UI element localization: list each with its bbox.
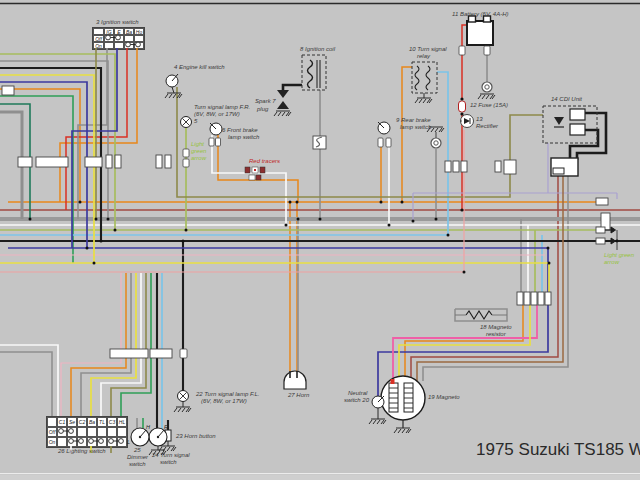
page-edges (0, 4, 640, 480)
table-cell (134, 35, 144, 42)
yellow-wires (0, 75, 549, 453)
pink-wires (0, 255, 545, 416)
neutral-switch-symbol (369, 396, 386, 424)
table-cell (93, 28, 104, 35)
label-spark-plug-1: Spark 7 (255, 98, 276, 104)
spark-plug-symbol (274, 90, 291, 116)
table-cell (97, 437, 107, 447)
table-cell (87, 427, 97, 437)
table-cell (124, 35, 134, 42)
salmon-wires (0, 130, 464, 272)
label-dimmer-2: Dimmer (127, 454, 148, 460)
table-cell (77, 437, 87, 447)
table-cell (57, 437, 67, 447)
rear-brake-switch-symbol (378, 122, 391, 147)
label-red-tracers: Red tracers (249, 158, 280, 164)
label-light-green-a1: Light (191, 141, 204, 147)
table-cell (134, 42, 144, 49)
table-row-label: Off (93, 35, 104, 42)
label-rear-brake-2: lamp switch (400, 124, 431, 130)
label-light-green-a2: green (191, 148, 206, 154)
table-cell (97, 427, 107, 437)
label-rectifier-1: 13 (476, 116, 483, 122)
table-header: IG (104, 28, 114, 35)
table-cell (67, 437, 77, 447)
label-horn: 27 Horn (288, 392, 309, 398)
table-row-label: On (93, 42, 104, 49)
label-ts-lamp-fr-3: 5 (194, 118, 197, 124)
table-cell (117, 427, 127, 437)
label-light-green-a3: arrow (191, 155, 206, 161)
table-cell (107, 437, 117, 447)
table-header: C3 (107, 417, 117, 427)
label-front-brake-2: lamp switch (228, 134, 259, 140)
label-ts-switch-1: 24 Turn signal (152, 452, 190, 458)
ignition-switch-table: IG E Ba Ho Off On (92, 27, 145, 50)
label-horn-button: 23 Horn button (176, 433, 216, 439)
fuse-symbol (459, 101, 466, 112)
table-header: C1 (57, 417, 67, 427)
table-cell (107, 427, 117, 437)
label-resistor-2: resistor (486, 331, 506, 337)
front-brake-switch-symbol (209, 123, 222, 146)
magenta-wires (393, 305, 537, 381)
label-rectifier-2: Rectifier (476, 123, 498, 129)
magneto-symbol (381, 376, 425, 433)
table-row-label: Off (47, 427, 57, 437)
battery-symbol (459, 16, 495, 99)
label-light-green-b2: arrow (604, 259, 619, 265)
gray-thick-wires (0, 112, 22, 219)
diagram-title: 1975 Suzuki TS185 Wi (476, 440, 640, 460)
table-header: TL (97, 417, 107, 427)
switch-position-letters: H L R (127, 424, 168, 445)
red-tracer-markers (245, 167, 265, 180)
turn-signal-lamp-fr-symbol (181, 117, 192, 168)
label-battery: 11 Battery (6V, 4A-H) (452, 11, 508, 17)
wiring-diagram-page: IG E Ba Ho Off On C1 Se C2 Ba TL C3 HL O… (0, 0, 640, 480)
table-cell (87, 437, 97, 447)
horn-symbol (284, 371, 306, 389)
horn-button-symbol (159, 430, 176, 451)
junction-dots (29, 97, 619, 273)
table-cell (47, 417, 57, 427)
svg-text:R: R (164, 424, 168, 430)
table-cell (114, 35, 124, 42)
wiring-svg: H L R (0, 0, 640, 480)
table-cell (117, 437, 127, 447)
table-cell (124, 42, 134, 49)
label-ts-relay-2: relay (417, 53, 430, 59)
table-cell (57, 427, 67, 437)
light-green-arrow-connectors (605, 227, 617, 250)
black-wires (0, 68, 640, 430)
label-light-green-b1: Light green (604, 252, 634, 258)
magneto-resistor-symbol (455, 311, 507, 319)
table-cell (77, 427, 87, 437)
table-header: HL (117, 417, 127, 427)
label-lighting-switch: 26 Lighting switch (58, 448, 106, 454)
table-header: Ba (124, 28, 134, 35)
table-cell (104, 35, 114, 42)
table-cell (67, 427, 77, 437)
label-ignition-coil: 8 Ignition coil (300, 46, 335, 52)
lavender-wires (413, 143, 617, 221)
label-ts-relay-1: 10 Turn signal (409, 46, 447, 52)
label-kill-switch: 4 Engine kill switch (174, 64, 225, 70)
label-ts-lamp-fr-2: (6V, 8W, or 17W) (194, 111, 240, 117)
rectifier-symbol (461, 115, 474, 128)
label-neutral-2: switch 20 (344, 397, 369, 403)
gray-wires (0, 25, 568, 428)
label-rear-brake-1: 9 Rear brake (396, 117, 431, 123)
cdi-unit-symbol (543, 106, 597, 176)
dark-red-wires (0, 176, 640, 381)
label-ts-lamp-fr-1: Turn signal lamp F.R. (194, 104, 250, 110)
label-neutral-1: Neutral (348, 390, 367, 396)
connector-blocks (2, 86, 610, 358)
white-wires (0, 135, 640, 453)
label-dimmer-1: 25 (134, 447, 141, 453)
table-row-label: On (47, 437, 57, 447)
ignition-coil-symbol (302, 55, 326, 149)
orange-wires (0, 48, 602, 416)
table-header: E (114, 28, 124, 35)
turn-signal-switch-symbol (149, 428, 167, 455)
label-resistor-1: 18 Magneto (480, 324, 512, 330)
